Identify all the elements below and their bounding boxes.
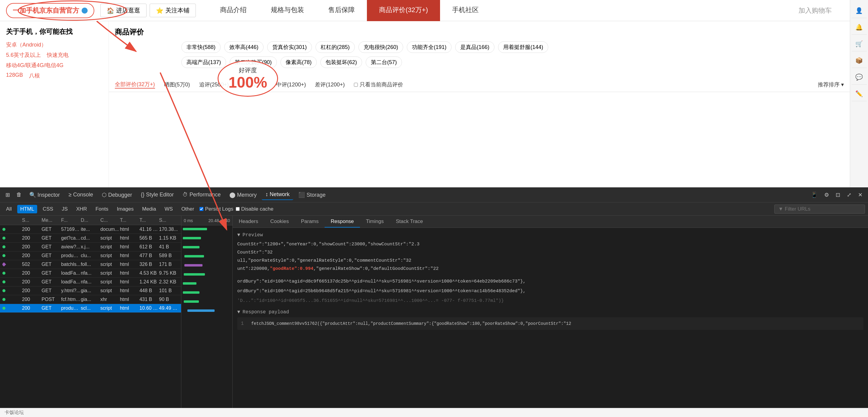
tag-2[interactable]: 效率高(446): [224, 41, 264, 53]
detail-tab-response[interactable]: Response: [324, 216, 360, 228]
network-row-1[interactable]: 200 GET 571698... ite... docum... html 4…: [0, 225, 181, 234]
store-badge[interactable]: 一加手机京东自营官方: [6, 3, 94, 18]
tab-all[interactable]: 全部评价(32万+): [115, 81, 155, 89]
network-row-10[interactable]: 200 GET product... scl... script html 10…: [0, 304, 181, 313]
devtools-close-btn[interactable]: ✕: [856, 190, 865, 199]
devtools-storage-btn[interactable]: ⬛ Storage: [295, 190, 329, 200]
good-rate-circle: 好评度 100%: [218, 60, 278, 97]
edit-icon[interactable]: ✏️: [852, 86, 867, 101]
sidebar-item-size[interactable]: 5.6英寸及以上: [6, 52, 41, 59]
visit-store-button[interactable]: 🏠 进店逛逛: [100, 4, 147, 17]
tag-5[interactable]: 充电很快(260): [359, 41, 403, 53]
devtools-styleeditor-btn[interactable]: {} Style Editor: [137, 190, 178, 200]
devtools-trash-btn[interactable]: 🗑: [14, 190, 24, 199]
nav-tab-service[interactable]: 售后保障: [316, 0, 367, 21]
network-row-5[interactable]: 502 GET batchls... foll... script html 3…: [0, 260, 181, 269]
method-9: POST: [42, 297, 61, 302]
filter-xhr-btn[interactable]: XHR: [73, 205, 90, 213]
tag-7[interactable]: 是真品(166): [455, 41, 494, 53]
transferred-10: 10.60 KB: [139, 306, 159, 311]
only-current-checkbox[interactable]: 只看当前商品评价: [354, 81, 403, 88]
persist-logs-checkbox[interactable]: Persist Logs: [199, 206, 233, 212]
nav-tab-community[interactable]: 手机社区: [440, 0, 491, 21]
nav-tab-intro[interactable]: 商品介绍: [208, 0, 259, 21]
review-content: 好评度 100% 商品评价 非常快(588) 效率高(446) 货真价实(301…: [109, 21, 850, 187]
cause-10: script: [100, 306, 120, 311]
devtools-popout-btn[interactable]: ⤢: [844, 190, 854, 199]
sidebar-item-android[interactable]: 安卓（Android）: [6, 41, 102, 49]
user-icon[interactable]: 👤: [852, 3, 867, 18]
nav-tab-spec[interactable]: 规格与包装: [259, 0, 316, 21]
devtools-memory-btn[interactable]: ⬤ Memory: [226, 190, 260, 200]
file-2: get?call...: [61, 235, 81, 241]
sidebar-item-network[interactable]: 移动4G/联通4G/电信4G: [6, 62, 102, 69]
detail-tab-timings[interactable]: Timings: [360, 216, 390, 228]
sidebar-item-charge[interactable]: 快速充电: [47, 52, 69, 59]
tab-mid[interactable]: 中评(1200+): [276, 81, 306, 88]
tag-11[interactable]: 像素高(78): [280, 57, 317, 68]
network-row-2[interactable]: 200 GET get?call... cd... script html 56…: [0, 234, 181, 243]
devtools-settings-btn[interactable]: ⚙: [822, 190, 831, 199]
network-row-7[interactable]: 200 GET loadFa... nfa... script html 1.2…: [0, 278, 181, 286]
notify-icon[interactable]: 🔔: [852, 20, 867, 35]
sidebar-item-storage[interactable]: 128GB: [6, 72, 23, 79]
timeline-bar-7: [183, 282, 196, 285]
devtools-console-btn[interactable]: ≥ Console: [65, 190, 97, 200]
tag-13[interactable]: 第二台(57): [366, 57, 402, 68]
tag-12[interactable]: 包装挺坏(62): [320, 57, 362, 68]
network-row-4[interactable]: 200 GET product... clu... script html 47…: [0, 251, 181, 260]
filter-fonts-btn[interactable]: Fonts: [92, 205, 112, 213]
only-current-input[interactable]: [354, 83, 358, 87]
network-row-9[interactable]: 200 POST fcf.html... gia... xhr html 431…: [0, 295, 181, 304]
filter-images-btn[interactable]: Images: [114, 205, 136, 213]
network-row-6[interactable]: 200 GET loadFa... nfa... script html 4.5…: [0, 269, 181, 278]
tag-9[interactable]: 高端产品(137): [181, 57, 226, 68]
tag-4[interactable]: 杠杠的(285): [315, 41, 355, 53]
filter-urls-input[interactable]: [774, 204, 865, 214]
detail-tab-stacktrace[interactable]: Stack Trace: [390, 216, 429, 228]
filter-css-btn[interactable]: CSS: [39, 205, 56, 213]
network-row-3[interactable]: 200 GET aview?... x.j... script html 612…: [0, 243, 181, 251]
filter-media-btn[interactable]: Media: [139, 205, 159, 213]
filter-ws-btn[interactable]: WS: [162, 205, 176, 213]
sidebar-item-cpu[interactable]: 八核: [29, 72, 40, 79]
preview-url1: ordBury":"eid=100^^tagid=d8c9f665137dc25…: [237, 278, 864, 286]
left-sidebar: 关于手机，你可能在找 安卓（Android） 5.6英寸及以上 快速充电 移动4…: [0, 21, 109, 187]
method-6: GET: [42, 270, 61, 276]
network-row-8[interactable]: 200 GET y.html?... gia... script html 44…: [0, 286, 181, 295]
filter-all-btn[interactable]: All: [3, 205, 15, 213]
detail-tab-params[interactable]: Params: [295, 216, 325, 228]
devtools-inspector-btn[interactable]: 🔍 Inspector: [26, 190, 63, 200]
payload-header[interactable]: ▼ Response payload: [237, 310, 864, 315]
tag-3[interactable]: 货真价实(301): [267, 41, 312, 53]
devtools-network-btn[interactable]: ↕ Network: [262, 189, 293, 200]
tab-photo[interactable]: 晒图(5万0): [164, 81, 190, 88]
tab-bad[interactable]: 差评(1200+): [315, 81, 345, 88]
orders-icon[interactable]: 📦: [852, 53, 867, 68]
tag-1[interactable]: 非常快(588): [181, 41, 221, 53]
filter-js-btn[interactable]: JS: [59, 205, 71, 213]
tags-row-2: 高端产品(137) 第二次购买(90) 像素高(78) 包装挺坏(62) 第二台…: [181, 57, 844, 68]
follow-store-button[interactable]: ⭐ 关注本铺: [150, 4, 196, 17]
nav-tab-review[interactable]: 商品评价(32万+): [367, 0, 440, 21]
page-wrapper: 一加手机京东自营官方 🏠 进店逛逛 ⭐ 关注本铺 商品介绍 规格与包装 售后保障…: [0, 0, 850, 187]
tag-6[interactable]: 功能齐全(191): [407, 41, 452, 53]
filter-other-btn[interactable]: Other: [178, 205, 197, 213]
devtools-toggle-btn[interactable]: ⊞: [3, 190, 12, 199]
filter-html-btn[interactable]: HTML: [17, 205, 37, 213]
review-sort[interactable]: 推荐排序 ▾: [818, 81, 844, 88]
cart-icon[interactable]: 🛒: [852, 36, 867, 52]
tag-8[interactable]: 用着挺舒服(144): [498, 41, 548, 53]
status-dot-7: [2, 281, 5, 283]
detail-tab-cookies[interactable]: Cookies: [264, 216, 295, 228]
transferred-8: 448 B: [139, 288, 159, 293]
cart-button[interactable]: 加入购物车: [786, 6, 844, 15]
preview-header[interactable]: ▼ Preview: [237, 232, 864, 238]
devtools-dock-btn[interactable]: ⊡: [833, 190, 843, 199]
detail-tab-headers[interactable]: Headers: [233, 216, 264, 228]
devtools-responsive-btn[interactable]: 📱: [808, 190, 820, 199]
disable-cache-checkbox[interactable]: Disable cache: [236, 206, 274, 212]
chat-icon[interactable]: 💬: [852, 69, 867, 85]
devtools-performance-btn[interactable]: ⏱ Performance: [179, 190, 224, 200]
devtools-debugger-btn[interactable]: ⬡ Debugger: [98, 190, 136, 200]
